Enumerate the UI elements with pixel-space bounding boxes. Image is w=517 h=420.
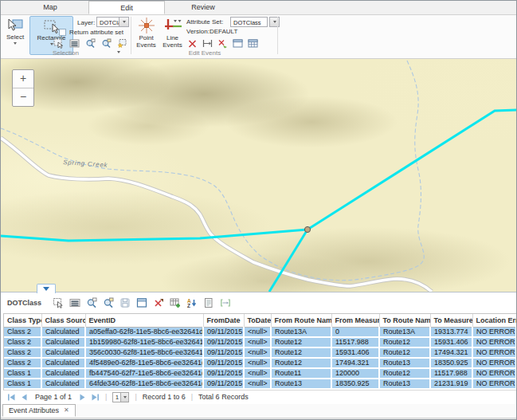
table-cell[interactable]: 11517.988 (331, 337, 379, 347)
previous-page-button[interactable] (20, 393, 29, 402)
tab-review[interactable]: Review (165, 1, 241, 14)
table-cell[interactable]: 18350.925 (430, 358, 472, 368)
table-cell[interactable]: Class 2 (4, 347, 41, 358)
route-line-west[interactable] (1, 230, 307, 241)
layer-dropdown-arrow-icon[interactable] (119, 18, 128, 26)
table-cell[interactable]: Route12 (379, 368, 430, 379)
table-cell[interactable]: Calculated (41, 379, 85, 389)
table-cell[interactable]: 0 (331, 328, 379, 338)
delete-record-icon[interactable] (153, 297, 164, 308)
table-cell[interactable]: Route12 (379, 337, 430, 347)
table-cell[interactable]: 356c0030-62f8-11e5-8bc6-ee32641d5ec9 (85, 347, 203, 358)
selectable-layers-icon[interactable] (117, 38, 127, 49)
table-row[interactable]: Class 1 Calculated fb447540-62f7-11e5-8b… (4, 368, 516, 379)
table-row[interactable]: Class 2 Calculated 4f5489e0-62f8-11e5-8b… (4, 358, 516, 368)
table-row[interactable]: Class 2 Calculated 1b159980-62f8-11e5-8b… (4, 337, 516, 347)
event-form-icon[interactable] (233, 38, 243, 49)
table-cell[interactable]: NO ERROR (472, 337, 516, 347)
list-menu-icon[interactable] (69, 297, 80, 308)
table-cell[interactable]: 17494.321 (331, 358, 379, 368)
page-select-dropdown[interactable]: 1 (112, 392, 129, 402)
report-icon[interactable] (203, 297, 214, 308)
table-cell[interactable]: Route12 (379, 347, 430, 358)
column-header[interactable]: From Route Name (271, 314, 331, 328)
page-select-arrow-icon[interactable] (120, 393, 128, 402)
select-features-icon[interactable] (53, 38, 64, 49)
route-junction-vertex[interactable] (304, 226, 310, 232)
zoom-to-selected-icon[interactable] (86, 297, 97, 308)
table-cell[interactable]: 1b159980-62f8-11e5-8bc6-ee32641d5ec9 (85, 337, 203, 347)
column-header[interactable]: ToDate (244, 314, 271, 328)
table-cell[interactable]: 09/11/2015 (203, 379, 244, 389)
table-cell[interactable]: NO ERROR (472, 379, 516, 389)
column-header[interactable]: To Measure (430, 314, 472, 328)
table-cell[interactable]: Class 2 (4, 328, 41, 338)
table-cell[interactable]: 4f5489e0-62f8-11e5-8bc6-ee32641d5ec9 (85, 358, 203, 368)
table-cell[interactable]: Route13 (379, 379, 430, 389)
pan-to-selected-icon[interactable] (103, 297, 114, 308)
table-cell[interactable]: a05effa0-62f8-11e5-8bc6-ee32641d5ec9 (85, 328, 203, 338)
table-cell[interactable]: Route11 (271, 368, 331, 379)
table-cell[interactable]: 15931.406 (430, 337, 472, 347)
tab-edit[interactable]: Edit (88, 1, 165, 14)
close-tab-icon[interactable]: ✕ (64, 407, 69, 414)
column-header[interactable]: Class Type (4, 314, 41, 328)
panel-collapse-button[interactable] (37, 284, 56, 293)
table-cell[interactable]: 17494.321 (430, 347, 472, 358)
append-record-icon[interactable] (170, 297, 181, 308)
sort-icon[interactable]: AZ (186, 297, 198, 308)
table-row[interactable]: Class 1 Calculated 64fde340-62f8-11e5-8b… (4, 379, 516, 389)
table-cell[interactable]: 09/11/2015 (203, 328, 244, 338)
tab-map[interactable]: Map (12, 1, 88, 14)
table-cell[interactable]: Class 1 (4, 379, 41, 389)
table-cell[interactable]: <null> (244, 347, 271, 358)
table-cell[interactable]: Route12 (271, 347, 331, 358)
table-cell[interactable]: Route12 (271, 358, 331, 368)
split-event-icon[interactable] (217, 38, 228, 49)
zoom-to-selection-icon[interactable] (85, 38, 96, 49)
table-cell[interactable]: <null> (244, 328, 271, 338)
table-cell[interactable]: Calculated (41, 337, 85, 347)
route-line-south[interactable] (269, 230, 307, 292)
next-page-button[interactable] (78, 393, 87, 402)
first-page-button[interactable] (7, 393, 16, 402)
table-cell[interactable]: 18350.925 (331, 379, 379, 389)
column-header[interactable]: From Measure (331, 314, 379, 328)
switch-table-icon[interactable] (136, 297, 147, 308)
table-cell[interactable]: <null> (244, 368, 271, 379)
table-cell[interactable]: 21231.919 (430, 379, 472, 389)
table-cell[interactable]: NO ERROR (472, 368, 516, 379)
table-cell[interactable]: 15931.406 (331, 347, 379, 358)
table-row[interactable]: Class 2 Calculated 356c0030-62f8-11e5-8b… (4, 347, 516, 358)
table-cell[interactable]: Calculated (41, 358, 85, 368)
select-records-icon[interactable] (53, 297, 64, 308)
layer-dropdown[interactable]: DOTClass (96, 17, 129, 27)
tab-event-attributes[interactable]: Event Attributes ✕ (2, 404, 76, 417)
table-cell[interactable]: 09/11/2015 (203, 337, 244, 347)
table-cell[interactable]: Route13A (271, 328, 331, 338)
table-cell[interactable]: Class 1 (4, 368, 41, 379)
table-cell[interactable]: 64fde340-62f8-11e5-8bc6-ee32641d5ec9 (85, 379, 203, 389)
table-cell[interactable]: 09/11/2015 (203, 347, 244, 358)
delete-event-icon[interactable] (187, 38, 198, 49)
table-cell[interactable]: fb447540-62f7-11e5-8bc6-ee32641d5ec9 (85, 368, 203, 379)
table-cell[interactable]: Class 2 (4, 337, 41, 347)
pan-to-selection-icon[interactable] (101, 38, 112, 49)
table-cell[interactable]: 09/11/2015 (203, 368, 244, 379)
attribute-set-dropdown-arrow[interactable] (269, 17, 280, 27)
column-header[interactable]: Class Source (41, 314, 85, 328)
map-canvas[interactable]: Spring Creek + − (1, 58, 516, 292)
table-cell[interactable]: <null> (244, 337, 271, 347)
table-cell[interactable]: Route13 (271, 379, 331, 389)
zoom-out-button[interactable]: − (13, 88, 33, 106)
table-cell[interactable]: <null> (244, 358, 271, 368)
column-header[interactable]: EventID (85, 314, 203, 328)
column-header[interactable]: To Route Name (379, 314, 430, 328)
table-cell[interactable]: Route13A (379, 328, 430, 338)
event-table-icon[interactable] (248, 38, 258, 49)
route-line-northeast[interactable] (307, 110, 516, 230)
table-cell[interactable]: Calculated (41, 347, 85, 358)
table-cell[interactable]: NO ERROR (472, 358, 516, 368)
column-header[interactable]: FromDate (203, 314, 244, 328)
save-icon[interactable] (119, 297, 131, 308)
